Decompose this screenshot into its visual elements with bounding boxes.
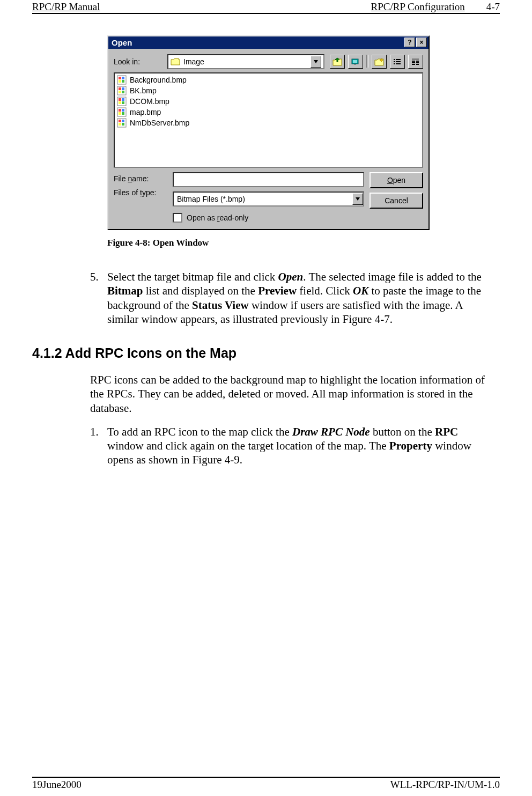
svg-rect-16 [416,61,419,62]
list-view-button[interactable] [390,55,405,69]
svg-rect-6 [354,64,356,65]
dialog-titlebar: Open ? × [108,36,428,49]
svg-rect-8 [394,59,395,60]
chevron-down-icon[interactable] [311,56,321,68]
readonly-checkbox[interactable] [173,213,182,223]
open-button[interactable]: Open [370,172,423,188]
readonly-label: Open as read-only [187,213,248,222]
svg-rect-10 [394,61,395,62]
bitmap-file-icon [117,118,127,128]
details-view-button[interactable] [408,55,423,69]
svg-rect-38 [122,109,124,112]
lookin-value: Image [183,57,204,66]
page-footer: 19June2000 WLL-RPC/RP-IN/UM-1.0 [32,777,500,791]
svg-rect-19 [412,64,415,65]
section-heading: 4.1.2 Add RPC Icons on the Map [32,345,500,361]
filename-label: File name: [114,174,167,183]
step-1: 1. To add an RPC icon to the map click t… [90,425,494,467]
svg-rect-27 [119,87,121,90]
bitmap-file-icon [117,107,127,117]
svg-rect-17 [412,62,415,63]
svg-rect-25 [122,80,124,83]
svg-rect-24 [119,80,121,83]
new-folder-button[interactable] [372,55,387,69]
open-dialog: Open ? × Look in: Image [107,35,430,230]
step-number: 1. [90,425,107,467]
page-header: RPC/RP Manual RPC/RP Configuration 4-7 [32,0,500,14]
filetype-value: Bitmap Files (*.bmp) [177,195,352,203]
svg-marker-0 [171,58,180,65]
bitmap-file-icon [117,75,127,85]
desktop-button[interactable] [348,55,363,69]
svg-rect-30 [122,91,124,93]
footer-doc-id: WLL-RPC/RP-IN/UM-1.0 [390,779,500,791]
chevron-down-icon[interactable] [352,193,363,205]
help-button[interactable]: ? [404,38,415,47]
header-section-title: RPC/RP Configuration [371,1,465,13]
file-name: BK.bmp [130,86,157,95]
filetype-label: Files of type: [114,188,167,197]
svg-marker-1 [314,60,318,63]
toolbar-separator [366,55,368,68]
step-5: 5. Select the target bitmap file and cli… [90,270,494,326]
svg-rect-32 [119,98,121,101]
svg-rect-40 [122,112,124,115]
bitmap-file-icon [117,86,127,95]
svg-rect-18 [416,62,419,63]
section-intro: RPC icons can be added to the background… [90,373,494,415]
file-name: DCOM.bmp [130,97,169,106]
footer-date: 19June2000 [32,779,82,791]
bitmap-file-icon [117,97,127,106]
svg-rect-33 [122,98,124,101]
svg-rect-9 [396,59,401,60]
file-name: NmDbServer.bmp [130,119,189,127]
svg-rect-29 [119,91,121,93]
svg-rect-39 [119,112,121,115]
svg-rect-42 [119,120,121,122]
svg-rect-20 [416,64,419,65]
file-name: map.bmp [130,108,161,116]
svg-rect-11 [396,61,401,62]
lookin-dropdown[interactable]: Image [167,54,324,69]
list-item[interactable]: Background.bmp [117,75,420,85]
header-page-number: 4-7 [486,1,500,13]
svg-rect-44 [119,123,121,126]
figure-caption: Figure 4-8: Open Window [107,238,500,248]
svg-rect-12 [394,63,395,64]
close-button[interactable]: × [416,38,427,47]
filename-input[interactable] [173,172,364,187]
file-list[interactable]: Background.bmp BK.bmp DCOM.bmp [114,72,423,168]
svg-rect-45 [122,123,124,126]
svg-rect-5 [353,60,357,63]
svg-rect-13 [396,63,401,64]
svg-rect-35 [122,101,124,104]
folder-open-icon [171,58,180,65]
open-dialog-figure: Open ? × Look in: Image [107,35,500,230]
header-manual-title: RPC/RP Manual [32,1,100,13]
list-item[interactable]: map.bmp [117,107,420,117]
cancel-button[interactable]: Cancel [370,193,423,209]
list-item[interactable]: DCOM.bmp [117,96,420,107]
svg-marker-46 [356,197,360,201]
svg-rect-15 [412,61,415,62]
filetype-dropdown[interactable]: Bitmap Files (*.bmp) [173,191,364,207]
up-one-level-button[interactable] [330,55,345,69]
dialog-title: Open [112,38,404,47]
list-item[interactable]: BK.bmp [117,85,420,96]
svg-rect-23 [122,77,124,79]
svg-rect-14 [412,58,419,60]
svg-rect-28 [122,87,124,90]
svg-rect-43 [122,120,124,122]
lookin-label: Look in: [114,57,167,66]
step-number: 5. [90,270,107,326]
list-item[interactable]: NmDbServer.bmp [117,117,420,128]
svg-rect-37 [119,109,121,112]
svg-rect-34 [119,101,121,104]
svg-rect-22 [119,77,121,79]
file-name: Background.bmp [130,76,187,84]
